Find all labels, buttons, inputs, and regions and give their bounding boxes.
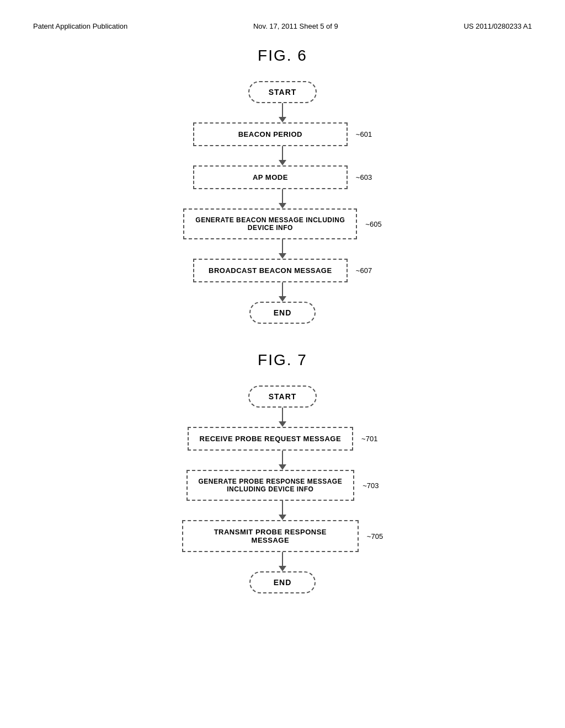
page-header: Patent Application Publication Nov. 17, …: [33, 22, 532, 30]
fig7-node-705: TRANSMIT PROBE RESPONSE MESSAGE: [182, 520, 359, 552]
fig6-node-603-wrapper: AP MODE ~603: [193, 165, 372, 189]
fig7-section: FIG. 7 START RECEIVE PROBE REQUEST MESSA…: [33, 351, 532, 593]
fig7-arrow-4: [279, 552, 286, 571]
fig7-step-705: ~705: [367, 532, 383, 540]
fig6-arrow-1: [279, 103, 286, 122]
fig7-node-701: RECEIVE PROBE REQUEST MESSAGE: [188, 427, 354, 451]
fig7-arrow-1: [279, 408, 286, 427]
fig7-start-node: START: [248, 386, 317, 408]
fig6-step-605: ~605: [365, 220, 381, 228]
fig6-arrow-2: [279, 146, 286, 165]
fig7-end-wrapper: END: [249, 571, 316, 593]
fig6-arrow-3: [279, 189, 286, 208]
header-right: US 2011/0280233 A1: [463, 22, 532, 30]
fig7-flowchart: START RECEIVE PROBE REQUEST MESSAGE ~701…: [182, 386, 383, 593]
fig7-node-705-wrapper: TRANSMIT PROBE RESPONSE MESSAGE ~705: [182, 520, 383, 552]
fig6-arrow-5: [279, 282, 286, 302]
fig7-node-701-wrapper: RECEIVE PROBE REQUEST MESSAGE ~701: [188, 427, 378, 451]
fig7-start-wrapper: START: [248, 386, 317, 408]
fig6-flowchart: START BEACON PERIOD ~601 AP MODE ~603 GE…: [183, 81, 381, 324]
fig6-end-node: END: [249, 302, 316, 324]
fig7-title: FIG. 7: [258, 351, 307, 369]
fig6-section: FIG. 6 START BEACON PERIOD ~601 AP MODE …: [33, 47, 532, 324]
fig7-arrow-3: [279, 501, 286, 520]
fig6-end-wrapper: END: [249, 302, 316, 324]
fig6-node-603: AP MODE: [193, 165, 348, 189]
fig6-step-603: ~603: [356, 173, 372, 181]
fig7-step-701: ~701: [361, 435, 377, 443]
fig7-node-703: GENERATE PROBE RESPONSE MESSAGEINCLUDING…: [186, 470, 355, 501]
fig6-step-607: ~607: [356, 266, 372, 275]
fig6-start-wrapper: START: [248, 81, 317, 103]
fig7-step-703: ~703: [363, 481, 379, 490]
header-left: Patent Application Publication: [33, 22, 127, 30]
fig6-title: FIG. 6: [258, 47, 307, 65]
fig6-node-601-wrapper: BEACON PERIOD ~601: [193, 122, 372, 146]
fig6-arrow-4: [279, 239, 286, 259]
fig6-node-601: BEACON PERIOD: [193, 122, 348, 146]
fig6-node-605: GENERATE BEACON MESSAGE INCLUDINGDEVICE …: [183, 208, 357, 239]
fig6-start-node: START: [248, 81, 317, 103]
header-center: Nov. 17, 2011 Sheet 5 of 9: [253, 22, 338, 30]
fig6-node-607: BROADCAST BEACON MESSAGE: [193, 259, 348, 282]
fig7-end-node: END: [249, 571, 316, 593]
fig7-arrow-2: [279, 451, 286, 470]
fig6-node-605-wrapper: GENERATE BEACON MESSAGE INCLUDINGDEVICE …: [183, 208, 381, 239]
fig7-node-703-wrapper: GENERATE PROBE RESPONSE MESSAGEINCLUDING…: [186, 470, 379, 501]
page: Patent Application Publication Nov. 17, …: [0, 0, 565, 728]
fig6-step-601: ~601: [356, 130, 372, 138]
fig6-node-607-wrapper: BROADCAST BEACON MESSAGE ~607: [193, 259, 372, 282]
